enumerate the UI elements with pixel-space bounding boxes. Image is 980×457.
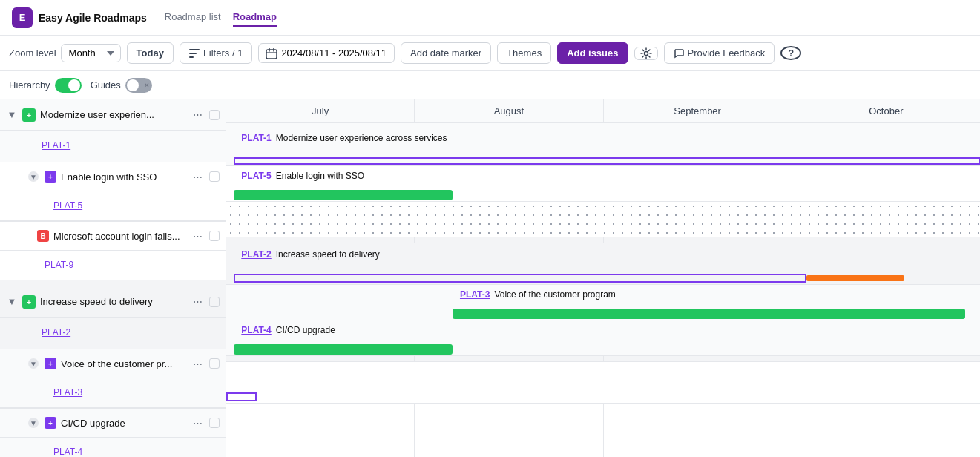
gantt-bar-id-plat3[interactable]: PLAT-3 xyxy=(460,289,490,300)
guides-toggle[interactable]: ✕ xyxy=(125,78,152,93)
gantt-body: PLAT-1 Modernize user experience across … xyxy=(226,123,980,457)
epic-group-plat1: ▼ + Modernize user experien... ⋯ PLAT-1 … xyxy=(0,99,226,280)
story-id-plat3[interactable]: PLAT-3 xyxy=(53,387,82,398)
hierarchy-toggle[interactable] xyxy=(55,78,82,93)
gantt-bar-id-plat4[interactable]: PLAT-4 xyxy=(241,325,271,335)
gantt-story-bar-plat3[interactable] xyxy=(453,309,965,319)
top-nav: E Easy Agile Roadmaps Roadmap list Roadm… xyxy=(0,0,980,36)
gantt-story-bar-plat5[interactable] xyxy=(234,190,453,200)
svg-rect-2 xyxy=(189,56,194,58)
epic-id-plat1[interactable]: PLAT-1 xyxy=(42,140,70,151)
zoom-label: Zoom level xyxy=(9,47,56,59)
expand-btn-plat3[interactable]: ▼ xyxy=(28,358,39,369)
gantt-epic-bar-plat10[interactable] xyxy=(226,392,257,401)
calendar-icon xyxy=(266,48,277,59)
collapse-arrow-plat1[interactable]: ▼ xyxy=(6,109,18,121)
separator-1 xyxy=(0,280,226,286)
epic-group-plat2: ▼ + Increase speed to delivery ⋯ PLAT-2 … xyxy=(0,286,226,457)
today-button[interactable]: Today xyxy=(127,42,174,64)
story-checkbox-plat9[interactable] xyxy=(209,231,220,241)
feedback-label: Provide Feedback xyxy=(688,47,766,59)
gantt-bar-label-plat4: CI/CD upgrade xyxy=(276,325,335,335)
epic-icon-plat2: + xyxy=(22,295,36,309)
story-row-plat4[interactable]: ▼ + CI/CD upgrade ⋯ xyxy=(0,408,226,438)
story-id-plat9[interactable]: PLAT-9 xyxy=(45,260,73,270)
gantt-epic-bar-plat1[interactable] xyxy=(234,157,980,165)
gantt-row-plat1-label: PLAT-1 Modernize user experience across … xyxy=(226,123,980,154)
gantt-bar-label-plat5: Enable login with SSO xyxy=(276,171,364,181)
feedback-icon xyxy=(674,48,684,59)
story-id-row-plat4: PLAT-4 xyxy=(0,438,226,457)
gantt-bar-plat4-labelarea: PLAT-4 CI/CD upgrade xyxy=(241,325,335,335)
gantt-header: July August September October xyxy=(226,99,980,123)
filters-button[interactable]: Filters / 1 xyxy=(180,42,252,64)
gantt-bar-id-plat1[interactable]: PLAT-1 xyxy=(241,133,271,143)
subbar: Hierarchy Guides ✕ xyxy=(0,71,980,99)
story-row-plat9[interactable]: B Microsoft account login fails... ⋯ xyxy=(0,221,226,251)
expand-btn-plat5[interactable]: ▼ xyxy=(28,171,39,182)
story-more-plat4[interactable]: ⋯ xyxy=(190,415,205,430)
story-id-row-plat9: PLAT-9 xyxy=(0,251,226,280)
svg-point-7 xyxy=(644,51,648,55)
gantt-bar-id-plat2[interactable]: PLAT-2 xyxy=(241,249,271,260)
date-range-button[interactable]: 2024/08/11 - 2025/08/11 xyxy=(258,43,395,63)
story-more-plat3[interactable]: ⋯ xyxy=(190,356,205,371)
story-more-plat9[interactable]: ⋯ xyxy=(190,228,205,243)
add-date-marker-button[interactable]: Add date marker xyxy=(401,42,491,64)
story-checkbox-plat4[interactable] xyxy=(209,418,220,428)
epic-more-plat1[interactable]: ⋯ xyxy=(190,108,205,122)
nav-roadmap[interactable]: Roadmap xyxy=(233,8,277,27)
story-icon-plat3: + xyxy=(45,358,56,369)
story-more-plat5[interactable]: ⋯ xyxy=(190,169,205,184)
gantt-epic-bar-plat2[interactable] xyxy=(234,274,806,283)
gantt-row-plat2-bar xyxy=(226,272,980,285)
themes-button[interactable]: Themes xyxy=(497,42,551,64)
gantt-month-august: August xyxy=(415,99,603,122)
gantt-bar-plat2-labelarea: PLAT-2 Increase speed to delivery xyxy=(241,249,380,260)
gantt-bar-id-plat5[interactable]: PLAT-5 xyxy=(241,171,271,181)
story-title-plat3: Voice of the customer pr... xyxy=(61,358,185,369)
main-area: ▼ + Modernize user experien... ⋯ PLAT-1 … xyxy=(0,99,980,457)
add-issues-button[interactable]: Add issues xyxy=(557,42,628,64)
nav-roadmap-list[interactable]: Roadmap list xyxy=(165,8,221,27)
epic-row-plat2[interactable]: ▼ + Increase speed to delivery ⋯ xyxy=(0,286,226,318)
story-checkbox-plat3[interactable] xyxy=(209,358,220,369)
epic-title-plat1: Modernize user experien... xyxy=(40,109,185,120)
logo-area: E Easy Agile Roadmaps xyxy=(12,7,147,28)
help-button[interactable]: ? xyxy=(780,46,801,60)
toolbar: Zoom level Month Week Quarter Today Filt… xyxy=(0,36,980,71)
gantt-separator-2 xyxy=(226,356,980,362)
filters-label: Filters / 1 xyxy=(203,47,243,59)
gantt-row-plat4-bar xyxy=(226,343,980,356)
gantt-month-july: July xyxy=(226,99,415,122)
epic-id-plat2[interactable]: PLAT-2 xyxy=(42,327,70,338)
epic-checkbox-plat1[interactable] xyxy=(209,110,220,120)
gantt-row-plat10-bar xyxy=(226,390,980,404)
guides-toggle-area: Guides ✕ xyxy=(91,78,152,93)
feedback-button[interactable]: Provide Feedback xyxy=(664,42,775,64)
story-checkbox-plat5[interactable] xyxy=(209,171,220,182)
epic-row-plat1[interactable]: ▼ + Modernize user experien... ⋯ xyxy=(0,99,226,131)
main-nav: Roadmap list Roadmap xyxy=(165,8,277,27)
story-icon-plat4: + xyxy=(45,417,56,429)
story-id-plat5[interactable]: PLAT-5 xyxy=(53,200,82,211)
settings-button[interactable] xyxy=(634,47,658,60)
collapse-arrow-plat2[interactable]: ▼ xyxy=(6,296,18,308)
zoom-select[interactable]: Month Week Quarter xyxy=(61,44,121,62)
date-range-label: 2024/08/11 - 2025/08/11 xyxy=(281,47,387,59)
story-row-plat5[interactable]: ▼ + Enable login with SSO ⋯ xyxy=(0,162,226,191)
epic-checkbox-plat2[interactable] xyxy=(209,297,220,307)
story-id-row-plat3: PLAT-3 xyxy=(0,378,226,408)
guides-toggle-knob xyxy=(127,79,139,91)
story-id-row-plat5: PLAT-5 xyxy=(0,191,226,221)
story-title-plat4: CI/CD upgrade xyxy=(61,418,185,429)
story-title-plat5: Enable login with SSO xyxy=(61,171,185,183)
gantt-row-plat4-label: PLAT-4 CI/CD upgrade xyxy=(226,320,980,343)
expand-btn-plat4[interactable]: ▼ xyxy=(28,418,39,428)
sidebar: ▼ + Modernize user experien... ⋯ PLAT-1 … xyxy=(0,99,226,457)
gantt-bar-plat1-label: PLAT-1 Modernize user experience across … xyxy=(241,129,980,147)
story-row-plat3[interactable]: ▼ + Voice of the customer pr... ⋯ xyxy=(0,349,226,378)
story-id-plat4[interactable]: PLAT-4 xyxy=(53,447,82,457)
gantt-story-bar-plat4[interactable] xyxy=(234,344,453,355)
epic-more-plat2[interactable]: ⋯ xyxy=(190,295,205,309)
